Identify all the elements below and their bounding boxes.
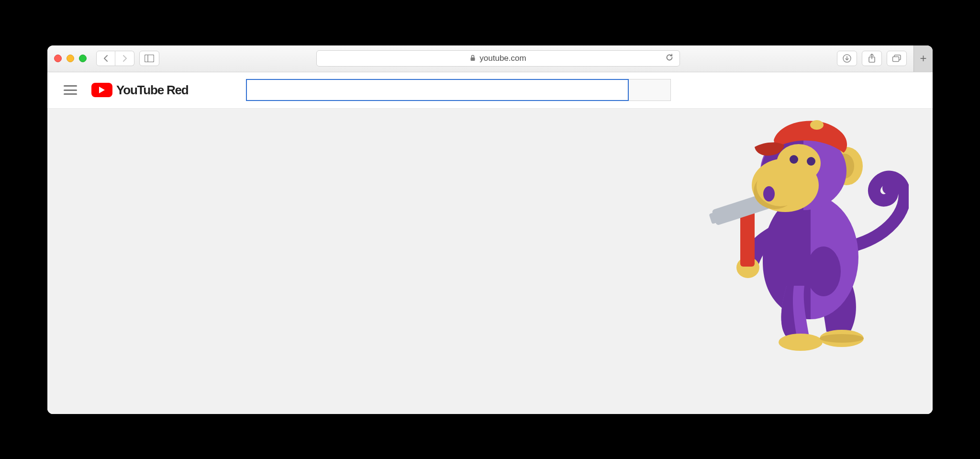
reload-button[interactable] bbox=[665, 53, 674, 64]
minimize-window-button[interactable] bbox=[67, 55, 74, 62]
svg-point-8 bbox=[806, 246, 841, 296]
address-url: youtube.com bbox=[479, 54, 526, 63]
browser-titlebar: youtube.com + bbox=[47, 45, 933, 72]
youtube-logo[interactable]: YouTube Red bbox=[91, 83, 189, 98]
address-bar[interactable]: youtube.com bbox=[316, 50, 680, 67]
tabs-button[interactable] bbox=[887, 51, 907, 66]
svg-point-11 bbox=[820, 334, 864, 343]
window-controls bbox=[54, 55, 87, 62]
maximize-window-button[interactable] bbox=[79, 55, 87, 62]
svg-rect-2 bbox=[471, 57, 475, 61]
forward-button[interactable] bbox=[115, 51, 134, 66]
svg-point-25 bbox=[807, 157, 815, 166]
menu-button[interactable] bbox=[64, 85, 77, 95]
svg-rect-13 bbox=[740, 211, 755, 267]
svg-point-24 bbox=[790, 155, 798, 164]
nav-buttons bbox=[96, 51, 134, 66]
svg-rect-0 bbox=[145, 55, 154, 62]
sidebar-toggle-button[interactable] bbox=[139, 51, 159, 66]
new-tab-button[interactable]: + bbox=[913, 45, 933, 72]
lock-icon bbox=[470, 55, 476, 63]
svg-point-9 bbox=[779, 334, 823, 351]
error-monkey-illustration bbox=[698, 113, 909, 362]
back-button[interactable] bbox=[96, 51, 115, 66]
search-form bbox=[246, 79, 671, 101]
svg-rect-6 bbox=[893, 57, 899, 62]
error-body bbox=[47, 109, 933, 414]
youtube-header: YouTube Red bbox=[47, 72, 933, 109]
downloads-button[interactable] bbox=[837, 51, 857, 66]
youtube-logo-text: YouTube Red bbox=[116, 83, 189, 98]
svg-point-23 bbox=[763, 186, 775, 202]
search-button[interactable] bbox=[629, 79, 671, 101]
svg-point-22 bbox=[757, 166, 804, 206]
page-content: YouTube Red bbox=[47, 72, 933, 414]
toolbar-right bbox=[837, 51, 907, 66]
youtube-play-icon bbox=[91, 83, 112, 97]
share-button[interactable] bbox=[862, 51, 882, 66]
safari-window: youtube.com + bbox=[47, 45, 933, 414]
svg-point-26 bbox=[810, 120, 824, 130]
close-window-button[interactable] bbox=[54, 55, 62, 62]
search-input[interactable] bbox=[246, 79, 629, 101]
